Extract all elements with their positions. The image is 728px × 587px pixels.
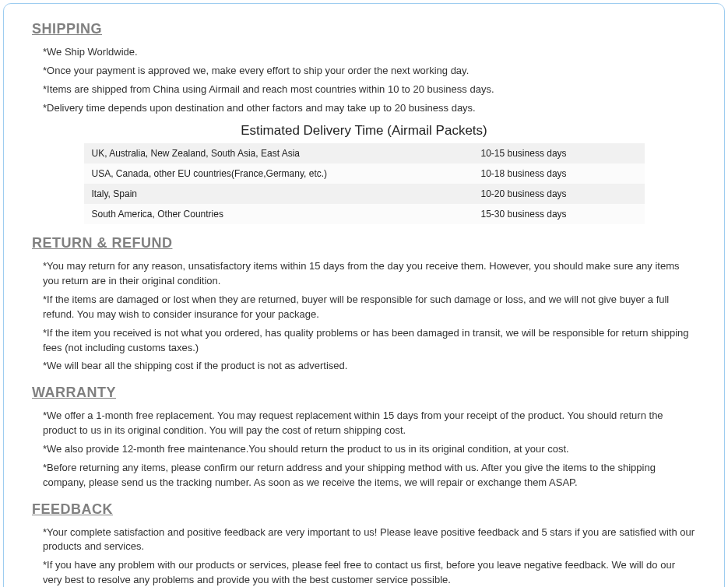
bullet-text: *If the items are damaged or lost when t… xyxy=(43,293,696,322)
feedback-bullets: *Your complete satisfaction and positive… xyxy=(43,525,696,588)
time-cell: 10-15 business days xyxy=(473,143,645,163)
region-cell: USA, Canada, other EU countries(France,G… xyxy=(84,163,473,184)
bullet-text: *If you have any problem with our produc… xyxy=(43,558,696,587)
warranty-bullets: *We offer a 1-month free replacement. Yo… xyxy=(43,409,696,490)
bullet-text: *We also provide 12-month free maintenan… xyxy=(43,442,696,457)
bullet-text: *If the item you received is not what yo… xyxy=(43,326,696,356)
table-row: UK, Australia, New Zealand, South Asia, … xyxy=(84,143,645,163)
bullet-text: *Items are shipped from China using Airm… xyxy=(43,83,696,97)
shipping-bullets: *We Ship Worldwide. *Once your payment i… xyxy=(43,45,696,115)
delivery-table: UK, Australia, New Zealand, South Asia, … xyxy=(84,143,645,224)
bullet-text: *We offer a 1-month free replacement. Yo… xyxy=(43,409,696,438)
info-panel: SHIPPING *We Ship Worldwide. *Once your … xyxy=(3,3,725,587)
region-cell: Italy, Spain xyxy=(84,184,473,204)
region-cell: UK, Australia, New Zealand, South Asia, … xyxy=(84,143,473,163)
feedback-heading: FEEDBACK xyxy=(32,501,696,518)
region-cell: South America, Other Countries xyxy=(84,204,473,224)
bullet-text: *We will bear all the shipping cost if t… xyxy=(43,359,696,374)
time-cell: 10-20 business days xyxy=(473,184,645,204)
warranty-heading: WARRANTY xyxy=(32,385,696,401)
table-row: Italy, Spain 10-20 business days xyxy=(84,184,645,204)
table-row: USA, Canada, other EU countries(France,G… xyxy=(84,163,645,184)
shipping-heading: SHIPPING xyxy=(32,21,696,37)
return-bullets: *You may return for any reason, unsatisf… xyxy=(43,259,696,374)
table-row: South America, Other Countries 15-30 bus… xyxy=(84,204,645,224)
bullet-text: *You may return for any reason, unsatisf… xyxy=(43,259,696,289)
time-cell: 15-30 business days xyxy=(473,204,645,224)
time-cell: 10-18 business days xyxy=(473,163,645,184)
delivery-table-title: Estimated Delivery Time (Airmail Packets… xyxy=(32,123,696,139)
bullet-text: *Your complete satisfaction and positive… xyxy=(43,525,696,555)
bullet-text: *We Ship Worldwide. xyxy=(43,45,696,60)
return-heading: RETURN & REFUND xyxy=(32,235,696,251)
bullet-text: *Before returning any items, please conf… xyxy=(43,461,696,490)
bullet-text: *Delivery time depends upon destination … xyxy=(43,101,696,116)
bullet-text: *Once your payment is approved we, make … xyxy=(43,64,696,79)
